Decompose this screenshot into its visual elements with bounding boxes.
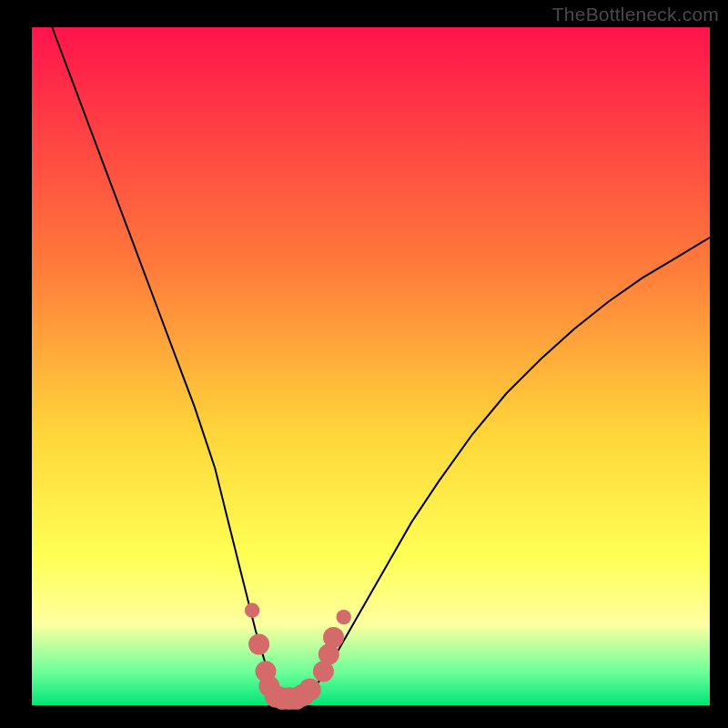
heatmap-background (32, 27, 710, 705)
watermark-label: TheBottleneck.com (552, 4, 719, 25)
bottleneck-plot (0, 0, 728, 728)
curve-marker (337, 610, 351, 624)
curve-marker (323, 627, 344, 648)
curve-marker (245, 603, 259, 618)
curve-marker (248, 634, 269, 655)
curve-marker (298, 679, 321, 702)
chart-canvas: TheBottleneck.com (0, 0, 728, 728)
